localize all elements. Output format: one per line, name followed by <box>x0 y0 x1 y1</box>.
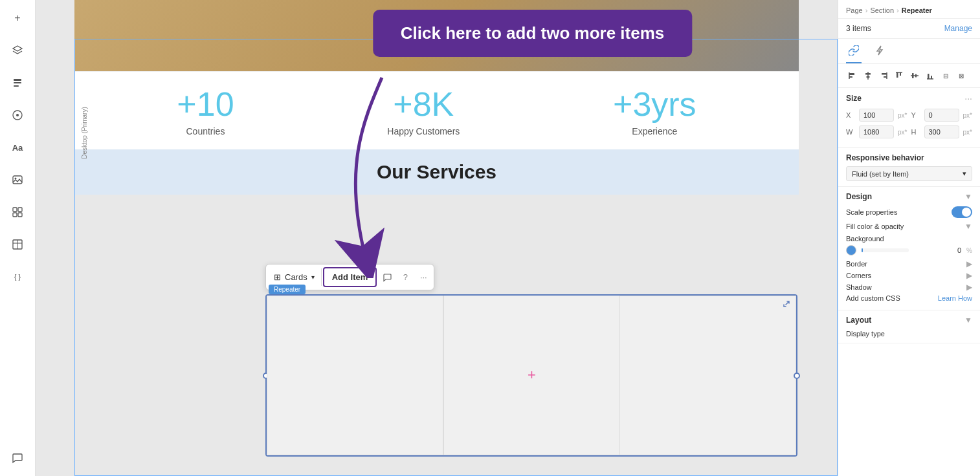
cards-select[interactable]: ⊞ Cards ▾ <box>267 268 322 286</box>
align-left-btn[interactable] <box>846 69 859 82</box>
manage-link[interactable]: Manage <box>944 24 972 33</box>
background-label: Background <box>846 235 972 243</box>
pages-icon[interactable] <box>7 72 28 93</box>
x-input[interactable]: 100 <box>859 109 894 122</box>
design-title: Design <box>846 192 872 201</box>
items-count: 3 items <box>846 24 871 33</box>
svg-marker-16 <box>877 46 882 55</box>
add-icon[interactable]: + <box>7 8 28 28</box>
cards-label: Cards <box>285 272 307 282</box>
distribute-btn[interactable]: ⊟ <box>939 69 952 82</box>
corners-arrow[interactable]: ▶ <box>966 271 972 280</box>
background-opacity: 0 <box>914 246 961 254</box>
svg-marker-0 <box>13 46 22 51</box>
align-right-btn[interactable] <box>877 69 890 82</box>
y-unit: px* <box>963 112 972 119</box>
fill-label: Fill color & opacity <box>846 222 904 230</box>
right-panel: Page › Section › Repeater 3 items Manage <box>838 0 980 476</box>
svg-rect-33 <box>928 74 930 79</box>
align-middle-btn[interactable] <box>908 69 921 82</box>
chat-icon[interactable] <box>7 448 28 468</box>
svg-rect-6 <box>13 176 22 184</box>
stat-number-customers: +8K <box>387 85 460 124</box>
svg-rect-1 <box>14 79 21 81</box>
responsive-dropdown[interactable]: Fluid (set by Item) ▾ <box>846 166 972 181</box>
stat-label-countries: Countries <box>177 126 234 136</box>
media-icon[interactable] <box>7 169 28 190</box>
help-icon[interactable]: ? <box>396 268 414 287</box>
tab-link[interactable] <box>846 43 862 63</box>
svg-rect-27 <box>896 72 898 78</box>
svg-rect-28 <box>900 72 901 76</box>
breadcrumb-page: Page <box>846 6 863 14</box>
svg-rect-24 <box>882 73 887 75</box>
svg-rect-21 <box>865 73 871 75</box>
svg-rect-11 <box>18 213 22 217</box>
design-collapse-icon[interactable]: ▼ <box>964 192 972 201</box>
y-input[interactable]: 0 <box>924 109 959 122</box>
background-percent: % <box>966 247 972 254</box>
align-top-btn[interactable] <box>893 69 906 82</box>
stat-countries: +10 Countries <box>177 85 234 136</box>
responsive-title: Responsive behavior <box>846 153 972 162</box>
canvas-area: Click here to add two more items Desktop… <box>36 0 838 476</box>
comment-icon[interactable] <box>378 268 396 287</box>
h-label: H <box>911 128 920 136</box>
tab-lightning[interactable] <box>872 43 887 63</box>
callout-tooltip: Click here to add two more items <box>373 10 692 57</box>
repeater-grid: + <box>265 294 797 457</box>
background-color-swatch[interactable] <box>846 245 856 255</box>
stat-label-experience: Experience <box>613 126 696 136</box>
components-icon[interactable] <box>7 105 28 125</box>
left-sidebar: + Aa <box>0 0 36 476</box>
layout-collapse-icon[interactable]: ▼ <box>964 316 972 325</box>
breadcrumb-section: Section <box>870 6 894 14</box>
svg-rect-3 <box>14 85 19 87</box>
svg-rect-10 <box>13 213 17 217</box>
stat-number-experience: +3yrs <box>613 85 696 124</box>
h-input[interactable]: 300 <box>924 125 959 138</box>
shadow-arrow[interactable]: ▶ <box>966 283 972 292</box>
code-icon[interactable]: { } <box>7 266 28 287</box>
size-section-more[interactable]: ··· <box>964 93 972 103</box>
widgets-icon[interactable] <box>7 202 28 222</box>
text-icon[interactable]: Aa <box>7 137 28 158</box>
canvas-content: Desktop (Primary) +10 Countries +8K Happ… <box>36 0 838 476</box>
align-bottom-btn[interactable] <box>924 69 937 82</box>
custom-css-label: Add custom CSS <box>846 294 900 302</box>
add-element-plus[interactable]: + <box>528 367 536 384</box>
size-section-title: Size <box>846 94 862 103</box>
breadcrumb-sep-1: › <box>865 6 868 14</box>
h-unit: px* <box>963 129 972 136</box>
callout-text: Click here to add two more items <box>401 23 664 43</box>
chevron-down-responsive: ▾ <box>963 169 966 178</box>
w-unit: px* <box>898 129 907 136</box>
repeater-cell-2: + <box>443 296 620 455</box>
items-count-row: 3 items Manage <box>838 19 980 39</box>
chevron-down-icon: ▾ <box>311 274 315 281</box>
stat-customers: +8K Happy Customers <box>387 85 460 136</box>
display-type-label: Display type <box>846 330 972 338</box>
border-arrow[interactable]: ▶ <box>966 259 972 268</box>
svg-rect-19 <box>849 76 852 78</box>
resize-handle-right[interactable] <box>794 373 800 379</box>
align-center-btn[interactable] <box>862 69 874 82</box>
expand-icon[interactable] <box>783 300 790 309</box>
more-options-icon[interactable]: ··· <box>414 268 432 287</box>
y-label: Y <box>911 111 920 119</box>
svg-rect-18 <box>849 73 854 75</box>
svg-rect-22 <box>867 76 870 78</box>
stat-label-customers: Happy Customers <box>387 126 460 136</box>
layers-icon[interactable] <box>7 40 28 61</box>
add-item-button[interactable]: Add Item <box>323 267 377 287</box>
scale-label: Scale properties <box>846 208 898 216</box>
repeater-label-badge: Repeater <box>269 285 306 294</box>
learn-how-link[interactable]: Learn How <box>938 294 972 302</box>
scale-toggle[interactable] <box>952 206 972 218</box>
x-unit: px* <box>898 112 907 119</box>
services-header: Our Services <box>74 149 799 195</box>
w-input[interactable]: 1080 <box>859 125 894 138</box>
distribute-v-btn[interactable]: ⊠ <box>955 69 968 82</box>
table-icon[interactable] <box>7 234 28 255</box>
fill-arrow[interactable]: ▼ <box>964 222 972 231</box>
